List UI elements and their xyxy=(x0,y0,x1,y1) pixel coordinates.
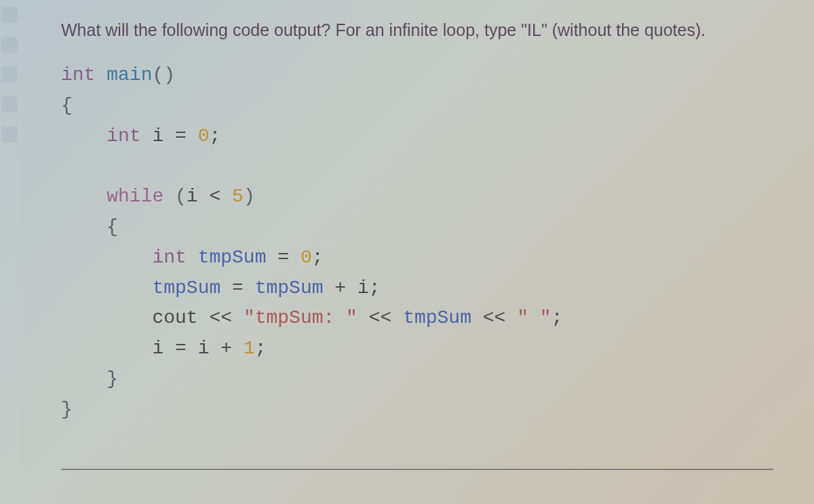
keyword-int: int xyxy=(152,247,186,268)
open-paren: ( xyxy=(175,186,187,207)
op-equals: = xyxy=(175,338,187,359)
semicolon: ; xyxy=(210,125,221,147)
op-plus: + xyxy=(220,338,232,359)
var-tmpsum: tmpSum xyxy=(152,277,220,298)
op-lt: < xyxy=(209,186,220,207)
decorative-icon xyxy=(1,7,18,23)
string-space: " " xyxy=(517,307,551,328)
question-text: What will the following code output? For… xyxy=(61,20,787,40)
content-area: What will the following code output? For… xyxy=(61,20,787,425)
op-stream: << xyxy=(369,307,392,328)
var-i: i xyxy=(152,125,163,147)
literal-zero: 0 xyxy=(198,125,210,147)
op-equals: = xyxy=(175,125,187,147)
left-decorative-bar xyxy=(0,0,20,504)
close-paren: ) xyxy=(244,186,255,207)
decorative-icon xyxy=(1,66,18,83)
literal-zero: 0 xyxy=(301,247,312,268)
keyword-int: int xyxy=(106,125,140,147)
decorative-icon xyxy=(1,126,18,142)
op-equals: = xyxy=(277,247,289,268)
decorative-icon xyxy=(1,96,18,113)
var-i: i xyxy=(198,338,210,359)
literal-five: 5 xyxy=(232,186,244,207)
semicolon: ; xyxy=(369,277,381,298)
cout: cout xyxy=(152,307,197,328)
close-brace: } xyxy=(61,399,73,420)
parens: () xyxy=(152,64,175,85)
var-tmpsum: tmpSum xyxy=(198,247,267,268)
op-stream: << xyxy=(209,307,232,328)
semicolon: ; xyxy=(551,307,563,328)
var-i: i xyxy=(152,338,163,359)
semicolon: ; xyxy=(255,338,267,359)
decorative-icon xyxy=(1,37,18,53)
divider-line xyxy=(61,469,773,470)
string-label: "tmpSum: " xyxy=(244,307,357,328)
var-i: i xyxy=(357,277,369,298)
open-brace: { xyxy=(106,216,118,237)
op-stream: << xyxy=(483,307,506,328)
op-equals: = xyxy=(232,277,244,298)
var-tmpsum: tmpSum xyxy=(403,307,471,328)
function-main: main xyxy=(106,64,152,85)
var-i: i xyxy=(187,186,198,207)
close-brace: } xyxy=(106,368,118,389)
op-plus: + xyxy=(334,277,346,298)
keyword-int: int xyxy=(61,64,95,85)
keyword-while: while xyxy=(106,186,163,207)
open-brace: { xyxy=(61,95,73,116)
code-block: int main() { int i = 0; while (i < 5) { … xyxy=(61,60,787,425)
var-tmpsum: tmpSum xyxy=(255,277,324,298)
semicolon: ; xyxy=(312,247,324,268)
literal-one: 1 xyxy=(244,338,255,359)
